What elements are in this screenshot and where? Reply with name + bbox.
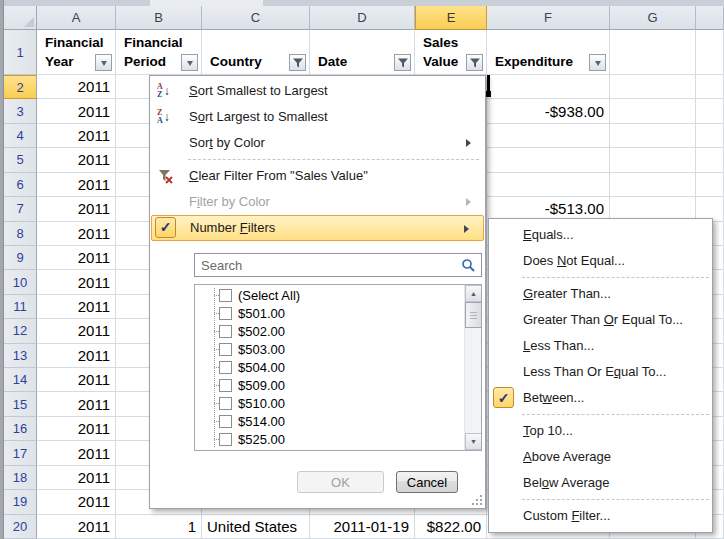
filter-value-option[interactable]: $503.00 bbox=[195, 340, 464, 358]
cell-H6[interactable] bbox=[696, 173, 724, 197]
checkbox-icon[interactable] bbox=[219, 397, 232, 410]
submenu-item-custom-filter[interactable]: Custom Filter... bbox=[489, 503, 712, 529]
scrollbar-thumb[interactable] bbox=[465, 302, 482, 328]
cell-A8[interactable]: 2011 bbox=[37, 222, 116, 246]
row-header-2[interactable]: 2 bbox=[4, 75, 37, 99]
scroll-down-button[interactable]: ▼ bbox=[465, 433, 482, 450]
cell-G4[interactable] bbox=[610, 124, 696, 148]
row-header-11[interactable]: 11 bbox=[4, 295, 37, 319]
filter-value-option[interactable]: (Select All) bbox=[195, 286, 464, 304]
column-header-D[interactable]: D bbox=[310, 6, 415, 30]
cell-A9[interactable]: 2011 bbox=[37, 246, 116, 270]
cell-H5[interactable] bbox=[696, 148, 724, 172]
checkbox-icon[interactable] bbox=[219, 343, 232, 356]
cancel-button[interactable]: Cancel bbox=[396, 471, 458, 493]
cell-H2[interactable] bbox=[696, 75, 724, 99]
filter-value-option[interactable]: $514.00 bbox=[195, 412, 464, 430]
cell-A3[interactable]: 2011 bbox=[37, 99, 116, 123]
column-header-G[interactable]: G bbox=[610, 6, 696, 30]
cell-C20[interactable]: United States bbox=[202, 515, 310, 539]
cell-A16[interactable]: 2011 bbox=[37, 417, 116, 441]
row-header-5[interactable]: 5 bbox=[4, 148, 37, 172]
field-cell-F[interactable]: Expenditure bbox=[487, 30, 610, 75]
cell-A2[interactable]: 2011 bbox=[37, 75, 116, 99]
column-header-E[interactable]: E bbox=[415, 6, 487, 30]
resize-grip[interactable] bbox=[470, 493, 483, 506]
cell-F2[interactable] bbox=[487, 75, 610, 99]
cell-H4[interactable] bbox=[696, 124, 724, 148]
menu-item-number-filters[interactable]: ✓Number Filters bbox=[151, 215, 484, 241]
filter-value-option[interactable]: $510.00 bbox=[195, 394, 464, 412]
filter-value-option[interactable]: $501.00 bbox=[195, 304, 464, 322]
cell-A10[interactable]: 2011 bbox=[37, 270, 116, 294]
checkbox-icon[interactable] bbox=[219, 379, 232, 392]
submenu-item-less-than-or-equal-to[interactable]: Less Than Or Equal To... bbox=[489, 359, 712, 385]
filter-button-D[interactable] bbox=[394, 54, 411, 71]
filter-button-C[interactable] bbox=[289, 54, 306, 71]
cell-G2[interactable] bbox=[610, 75, 696, 99]
row-header-8[interactable]: 8 bbox=[4, 222, 37, 246]
cell-E20[interactable]: $822.00 bbox=[415, 515, 487, 539]
filter-value-option[interactable]: $509.00 bbox=[195, 376, 464, 394]
filter-value-option[interactable]: $504.00 bbox=[195, 358, 464, 376]
menu-item-sort-smallest-to-largest[interactable]: AZ↓Sort Smallest to Largest bbox=[150, 78, 485, 104]
cell-A5[interactable]: 2011 bbox=[37, 148, 116, 172]
scroll-up-button[interactable]: ▲ bbox=[465, 285, 482, 302]
checkbox-icon[interactable] bbox=[219, 307, 232, 320]
cell-B20[interactable]: 1 bbox=[116, 515, 202, 539]
cell-A4[interactable]: 2011 bbox=[37, 124, 116, 148]
checkbox-icon[interactable] bbox=[219, 325, 232, 338]
field-cell-D[interactable]: Date bbox=[310, 30, 415, 75]
submenu-item-less-than[interactable]: Less Than... bbox=[489, 333, 712, 359]
cell-F6[interactable] bbox=[487, 173, 610, 197]
cell-A20[interactable]: 2011 bbox=[37, 515, 116, 539]
submenu-item-top-10[interactable]: Top 10... bbox=[489, 418, 712, 444]
menu-item-sort-largest-to-smallest[interactable]: ZA↓Sort Largest to Smallest bbox=[150, 104, 485, 130]
filter-button-B[interactable] bbox=[181, 54, 198, 71]
cell-A6[interactable]: 2011 bbox=[37, 173, 116, 197]
cell-A13[interactable]: 2011 bbox=[37, 344, 116, 368]
cell-A14[interactable]: 2011 bbox=[37, 368, 116, 392]
cell-G6[interactable] bbox=[610, 173, 696, 197]
field-cell-G[interactable] bbox=[610, 30, 696, 75]
ok-button[interactable]: OK bbox=[297, 471, 384, 493]
cell-A19[interactable]: 2011 bbox=[37, 490, 116, 514]
menu-item-clear-filter[interactable]: Clear Filter From "Sales Value" bbox=[150, 163, 485, 189]
row-header-13[interactable]: 13 bbox=[4, 344, 37, 368]
row-header-6[interactable]: 6 bbox=[4, 173, 37, 197]
row-header-1[interactable]: 1 bbox=[4, 30, 37, 75]
submenu-item-between[interactable]: ✓Between... bbox=[489, 385, 712, 411]
row-header-12[interactable]: 12 bbox=[4, 319, 37, 343]
row-header-17[interactable]: 17 bbox=[4, 441, 37, 465]
row-header-7[interactable]: 7 bbox=[4, 197, 37, 221]
row-header-16[interactable]: 16 bbox=[4, 417, 37, 441]
row-header-14[interactable]: 14 bbox=[4, 368, 37, 392]
row-header-18[interactable]: 18 bbox=[4, 466, 37, 490]
row-header-15[interactable]: 15 bbox=[4, 392, 37, 416]
checkbox-icon[interactable] bbox=[219, 415, 232, 428]
submenu-item-does-not-equal[interactable]: Does Not Equal... bbox=[489, 248, 712, 274]
row-header-19[interactable]: 19 bbox=[4, 490, 37, 514]
checkbox-icon[interactable] bbox=[219, 433, 232, 446]
filter-value-option[interactable]: $502.00 bbox=[195, 322, 464, 340]
field-cell-H[interactable] bbox=[696, 30, 724, 75]
submenu-item-below-average[interactable]: Below Average bbox=[489, 470, 712, 496]
checkbox-icon[interactable] bbox=[219, 289, 232, 302]
column-header-A[interactable]: A bbox=[37, 6, 116, 30]
cell-G5[interactable] bbox=[610, 148, 696, 172]
filter-button-A[interactable] bbox=[95, 54, 112, 71]
cell-A18[interactable]: 2011 bbox=[37, 466, 116, 490]
list-scrollbar[interactable]: ▲ ▼ bbox=[464, 285, 481, 450]
filter-button-F[interactable] bbox=[589, 54, 606, 71]
checkbox-icon[interactable] bbox=[219, 361, 232, 374]
cell-D20[interactable]: 2011-01-19 bbox=[310, 515, 415, 539]
cell-F5[interactable] bbox=[487, 148, 610, 172]
filter-value-option-partial[interactable] bbox=[195, 448, 464, 450]
field-cell-B[interactable]: Financial Period bbox=[116, 30, 202, 75]
submenu-item-above-average[interactable]: Above Average bbox=[489, 444, 712, 470]
search-input[interactable] bbox=[195, 254, 481, 276]
filter-button-E[interactable] bbox=[466, 54, 483, 71]
cell-A11[interactable]: 2011 bbox=[37, 295, 116, 319]
row-header-4[interactable]: 4 bbox=[4, 124, 37, 148]
select-all-corner[interactable] bbox=[4, 6, 37, 30]
